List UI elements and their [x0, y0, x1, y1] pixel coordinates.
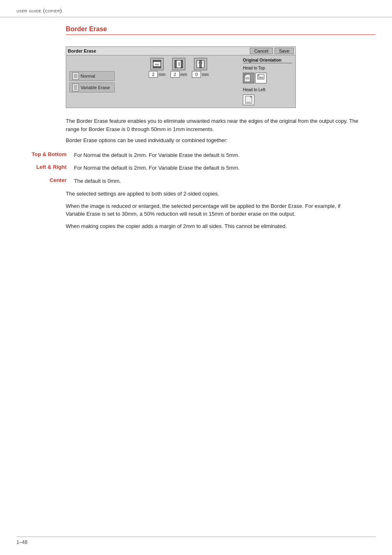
desc-left-right: For Normal the default is 2mm. For Varia…	[74, 164, 376, 172]
head-to-top-unselected-icon	[255, 73, 267, 83]
desc-center: The default is 0mm.	[74, 177, 376, 185]
cancel-button[interactable]: Cancel	[250, 48, 273, 54]
top-bottom-value-row: 2 mm	[149, 71, 166, 78]
variable-erase-label: Variable Erase	[81, 85, 110, 90]
svg-rect-11	[200, 60, 201, 68]
desc-top-bottom: For Normal the default is 2mm. For Varia…	[74, 151, 376, 159]
content-area: Border Erase Border Erase Cancel Save	[0, 17, 392, 251]
head-to-top-label: Head to Top	[243, 66, 265, 70]
center-value[interactable]: 0	[192, 71, 201, 78]
definition-table: Top & Bottom For Normal the default is 2…	[16, 151, 376, 185]
dialog-buttons: Cancel Save	[250, 48, 294, 54]
top-bottom-unit: mm	[159, 72, 166, 77]
head-to-top-selected-icon	[243, 73, 254, 83]
section-title-block: Border Erase	[66, 25, 376, 37]
head-to-top-option[interactable]: Head to Top	[243, 66, 265, 70]
svg-rect-6	[175, 60, 176, 68]
center-unit: mm	[202, 72, 209, 77]
center-group: 0 mm	[192, 58, 209, 78]
def-row-top-bottom: Top & Bottom For Normal the default is 2…	[16, 151, 376, 159]
section-title: Border Erase	[66, 25, 376, 35]
intro-para: The Border Erase feature enables you to …	[66, 117, 359, 133]
body-para-1: The selected settings are applied to bot…	[66, 190, 359, 198]
option-variable-erase[interactable]: Variable Erase	[69, 83, 115, 92]
normal-icon	[72, 72, 79, 80]
top-bottom-group: 2 mm	[149, 58, 166, 78]
svg-rect-7	[181, 60, 182, 68]
head-to-left-label: Head to Left	[243, 88, 265, 92]
left-right-group: 2 mm	[171, 58, 187, 78]
top-bottom-icon	[150, 58, 164, 70]
left-right-unit: mm	[180, 72, 187, 77]
center-value-row: 0 mm	[192, 71, 209, 78]
left-right-icon	[172, 58, 185, 70]
def-row-center: Center The default is 0mm.	[16, 177, 376, 185]
svg-rect-1	[153, 60, 161, 62]
term-left-right: Left & Right	[16, 164, 74, 170]
dialog-orientation: Original Orientation Head to Top	[243, 58, 292, 105]
dialog-container: Border Erase Cancel Save	[66, 46, 296, 108]
body-para-3: When making copies the copier adds a mar…	[66, 222, 359, 230]
dialog-box: Border Erase Cancel Save	[66, 46, 296, 108]
term-top-bottom: Top & Bottom	[16, 151, 74, 157]
page-number: 1–48	[16, 539, 28, 545]
dialog-center: 2 mm	[119, 58, 239, 105]
option-normal[interactable]: Normal	[69, 71, 115, 81]
variable-erase-icon	[72, 84, 79, 91]
dialog-titlebar: Border Erase Cancel Save	[66, 47, 295, 55]
intro-text-block: The Border Erase feature enables you to …	[66, 117, 359, 145]
combo-para: Border Erase options can be used individ…	[66, 136, 359, 145]
def-row-left-right: Left & Right For Normal the default is 2…	[16, 164, 376, 172]
page-header: User Guide (Copier)	[0, 0, 392, 17]
left-right-value-row: 2 mm	[171, 71, 187, 78]
save-button[interactable]: Save	[274, 48, 294, 54]
term-center: Center	[16, 177, 74, 183]
left-right-value[interactable]: 2	[171, 71, 180, 78]
dialog-options: Normal Variable Erase	[69, 58, 115, 105]
top-bottom-value[interactable]: 2	[149, 71, 158, 78]
head-to-left-icon	[243, 94, 254, 105]
svg-rect-2	[153, 67, 161, 68]
center-icon	[194, 58, 207, 70]
head-to-left-option[interactable]: Head to Left	[243, 88, 265, 92]
dialog-title: Border Erase	[68, 48, 96, 53]
page-footer: 1–48	[16, 537, 376, 545]
icons-row: 2 mm	[149, 58, 209, 78]
orientation-label: Original Orientation	[243, 58, 292, 63]
dialog-body: Normal Variable Erase	[66, 55, 295, 108]
normal-label: Normal	[81, 74, 95, 78]
body-para-2: When the image is reduced or enlarged, t…	[66, 202, 359, 218]
header-title: User Guide (Copier)	[16, 8, 62, 14]
